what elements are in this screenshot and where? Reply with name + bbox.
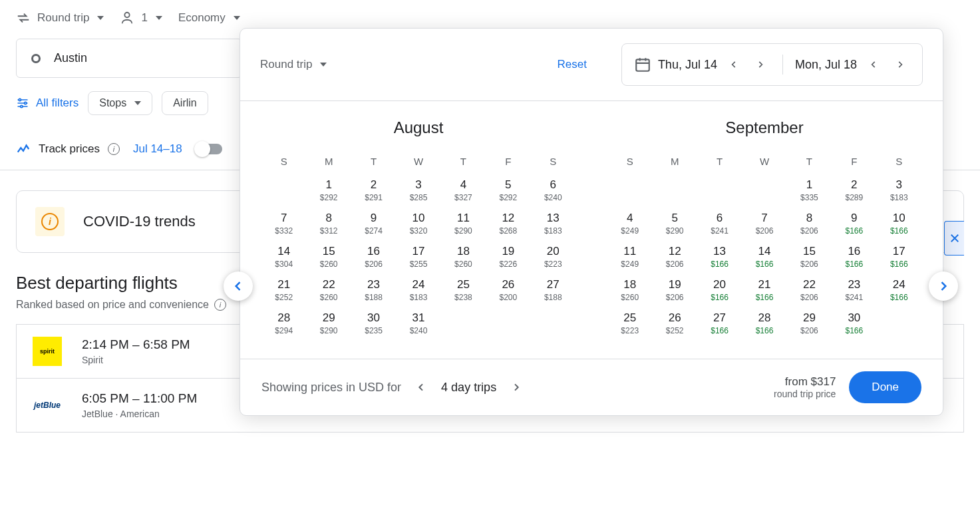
reset-dates-button[interactable]: Reset (557, 58, 586, 71)
calendar-day[interactable]: 6 $241 (697, 207, 742, 240)
calendar-day[interactable]: 1 $292 (306, 174, 351, 207)
airlines-filter-chip[interactable]: Airlin (162, 91, 208, 115)
calendar-day[interactable]: 10 $166 (877, 207, 921, 240)
calendar-day[interactable]: 19 $226 (486, 240, 530, 273)
all-filters-button[interactable]: All filters (16, 96, 79, 110)
calendar-day[interactable]: 16 $206 (351, 240, 396, 273)
calendar-day[interactable]: 6 $240 (531, 174, 575, 207)
origin-input[interactable]: Austin (16, 39, 242, 78)
track-prices-toggle[interactable] (196, 144, 222, 154)
overlay-trip-type-dropdown[interactable]: Round trip (260, 58, 327, 71)
calendar-day[interactable]: 21 $166 (742, 273, 786, 307)
calendar-day-price: $183 (396, 293, 440, 302)
calendar-day[interactable]: 7 $332 (261, 207, 306, 240)
calendar-day[interactable]: 7 $206 (742, 207, 786, 240)
calendar-day[interactable]: 8 $312 (306, 207, 351, 240)
passengers-dropdown[interactable]: 1 (120, 11, 162, 25)
calendar-day[interactable]: 9 $274 (351, 207, 396, 240)
info-icon[interactable]: i (214, 299, 226, 311)
calendar-day[interactable]: 12 $268 (486, 207, 530, 240)
calendar-day[interactable]: 1 $335 (787, 174, 832, 207)
calendar-day[interactable]: 11 $249 (607, 240, 652, 273)
calendar-day[interactable]: 13 $166 (697, 240, 742, 273)
calendar-day[interactable]: 4 $327 (441, 174, 486, 207)
calendar-day[interactable]: 16 $166 (832, 240, 876, 273)
calendar-day[interactable]: 5 $292 (486, 174, 530, 207)
calendar-day[interactable]: 2 $289 (832, 174, 876, 207)
track-prices-label: Track prices (39, 142, 100, 156)
calendar-day[interactable]: 14 $166 (742, 240, 786, 273)
calendar-day-number: 28 (742, 311, 786, 325)
calendar-next-month-button[interactable] (929, 271, 958, 301)
info-icon[interactable]: i (108, 143, 120, 155)
depart-prev-day-button[interactable] (724, 55, 744, 75)
calendar-day[interactable]: 23 $188 (351, 273, 396, 307)
calendar-day-number: 24 (877, 278, 921, 291)
calendar-day[interactable]: 28 $294 (261, 307, 306, 340)
calendar-day-price: $274 (351, 226, 396, 236)
calendar-day[interactable]: 17 $255 (396, 240, 440, 273)
calendar-day-number: 16 (832, 245, 876, 258)
calendar-day[interactable]: 22 $260 (306, 273, 351, 307)
calendar-day[interactable]: 28 $166 (742, 307, 786, 340)
calendar-day[interactable]: 5 $290 (652, 207, 697, 240)
calendar-day[interactable]: 23 $241 (832, 273, 876, 307)
calendar-day[interactable]: 24 $183 (396, 273, 440, 307)
calendar-day[interactable]: 19 $206 (652, 273, 697, 307)
person-icon (120, 11, 134, 25)
calendar-day[interactable]: 29 $290 (306, 307, 351, 340)
calendar-day[interactable]: 12 $206 (652, 240, 697, 273)
calendar-day-price: $238 (441, 293, 486, 302)
calendar-day[interactable]: 25 $238 (441, 273, 486, 307)
calendar-day-number: 5 (652, 212, 697, 225)
track-date-range[interactable]: Jul 14–18 (133, 142, 182, 156)
calendar-day[interactable]: 20 $223 (531, 240, 575, 273)
stops-filter-chip[interactable]: Stops (88, 91, 152, 115)
calendar-empty-cell (742, 174, 786, 207)
duration-next-button[interactable] (506, 377, 527, 398)
return-date-segment[interactable]: Mon, Jul 18 (782, 55, 922, 75)
close-panel-tab[interactable] (944, 221, 964, 256)
calendar-day[interactable]: 4 $249 (607, 207, 652, 240)
done-button[interactable]: Done (849, 371, 921, 403)
calendar-day[interactable]: 10 $320 (396, 207, 440, 240)
calendar-day-number: 14 (742, 245, 786, 258)
calendar-day[interactable]: 11 $290 (441, 207, 486, 240)
calendar-day[interactable]: 22 $206 (787, 273, 832, 307)
calendar-day[interactable]: 21 $252 (261, 273, 306, 307)
departure-date-segment[interactable]: Thu, Jul 14 (622, 55, 782, 75)
calendar-day[interactable]: 15 $260 (306, 240, 351, 273)
calendar-day[interactable]: 8 $206 (787, 207, 832, 240)
trip-type-dropdown[interactable]: Round trip (16, 11, 104, 25)
calendar-day[interactable]: 20 $166 (697, 273, 742, 307)
calendar-day[interactable]: 27 $166 (697, 307, 742, 340)
calendar-day[interactable]: 3 $285 (396, 174, 440, 207)
calendar-day[interactable]: 9 $166 (832, 207, 876, 240)
calendar-day[interactable]: 18 $260 (607, 273, 652, 307)
calendar-day[interactable]: 29 $206 (787, 307, 832, 340)
calendar-day[interactable]: 14 $304 (261, 240, 306, 273)
return-prev-day-button[interactable] (864, 55, 884, 75)
calendar-day[interactable]: 30 $166 (832, 307, 876, 340)
chevron-right-icon (511, 382, 522, 393)
calendar-day-number: 7 (742, 212, 786, 225)
calendar-day[interactable]: 24 $166 (877, 273, 921, 307)
cabin-dropdown[interactable]: Economy (178, 11, 240, 25)
calendar-day[interactable]: 3 $183 (877, 174, 921, 207)
calendar-day[interactable]: 26 $200 (486, 273, 530, 307)
calendar-day[interactable]: 31 $240 (396, 307, 440, 340)
calendar-day[interactable]: 26 $252 (652, 307, 697, 340)
calendar-day[interactable]: 18 $260 (441, 240, 486, 273)
calendar-day-number: 13 (697, 245, 742, 258)
depart-next-day-button[interactable] (750, 55, 770, 75)
calendar-day[interactable]: 27 $188 (531, 273, 575, 307)
return-next-day-button[interactable] (890, 55, 910, 75)
calendar-day[interactable]: 17 $166 (877, 240, 921, 273)
calendar-day[interactable]: 25 $223 (607, 307, 652, 340)
calendar-day[interactable]: 30 $235 (351, 307, 396, 340)
calendar-day[interactable]: 13 $183 (531, 207, 575, 240)
calendar-prev-month-button[interactable] (224, 271, 253, 301)
calendar-day[interactable]: 15 $206 (787, 240, 832, 273)
duration-prev-button[interactable] (410, 377, 432, 398)
calendar-day[interactable]: 2 $291 (351, 174, 396, 207)
